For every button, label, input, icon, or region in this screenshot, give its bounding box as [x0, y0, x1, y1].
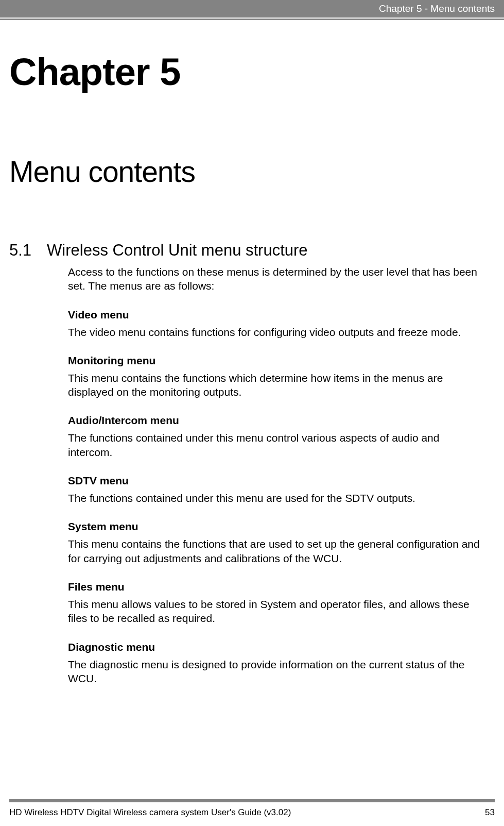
menu-heading: Monitoring menu [68, 355, 485, 367]
menu-heading: Audio/Intercom menu [68, 414, 485, 427]
menu-block: Files menu This menu allows values to be… [68, 581, 485, 626]
menu-block: Diagnostic menu The diagnostic menu is d… [68, 641, 485, 686]
header-rule [0, 19, 504, 20]
menu-block: Monitoring menu This menu contains the f… [68, 355, 485, 399]
running-title: Chapter 5 - Menu contents [379, 3, 495, 14]
menu-heading: SDTV menu [68, 475, 485, 487]
section-title: Wireless Control Unit menu structure [47, 241, 308, 260]
page-content: Chapter 5 Menu contents 5.1 Wireless Con… [0, 50, 504, 685]
menu-description: This menu contains the functions which d… [68, 371, 485, 399]
footer-doc-title: HD Wireless HDTV Digital Wireless camera… [9, 807, 291, 818]
menu-description: The functions contained under this menu … [68, 431, 485, 459]
body-content: Access to the functions on these menus i… [68, 265, 485, 685]
menu-heading: Diagnostic menu [68, 641, 485, 653]
menu-description: This menu contains the functions that ar… [68, 537, 485, 565]
section-number: 5.1 [9, 241, 31, 260]
menu-block: SDTV menu The functions contained under … [68, 475, 485, 505]
menu-block: System menu This menu contains the funct… [68, 520, 485, 565]
menu-heading: Video menu [68, 309, 485, 321]
menu-block: Audio/Intercom menu The functions contai… [68, 414, 485, 459]
footer-page-number: 53 [485, 807, 495, 818]
page-header: Chapter 5 - Menu contents [0, 0, 504, 18]
menu-description: The diagnostic menu is designed to provi… [68, 658, 485, 686]
page-footer: HD Wireless HDTV Digital Wireless camera… [9, 807, 495, 818]
menu-description: The functions contained under this menu … [68, 491, 485, 505]
menu-block: Video menu The video menu contains funct… [68, 309, 485, 339]
chapter-subtitle: Menu contents [9, 155, 495, 189]
menu-heading: Files menu [68, 581, 485, 593]
footer-rule [9, 799, 495, 802]
menu-heading: System menu [68, 520, 485, 533]
menu-description: This menu allows values to be stored in … [68, 597, 485, 626]
menu-description: The video menu contains functions for co… [68, 325, 485, 339]
chapter-title: Chapter 5 [9, 50, 495, 94]
section-intro: Access to the functions on these menus i… [68, 265, 485, 293]
section-heading: 5.1 Wireless Control Unit menu structure [9, 241, 495, 260]
